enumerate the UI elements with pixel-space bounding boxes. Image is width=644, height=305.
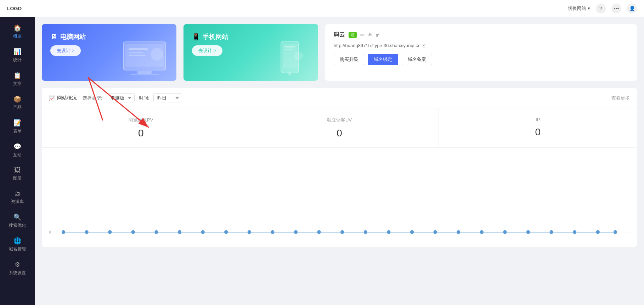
sidebar-item-label: 表单 [13,128,22,134]
desktop-design-button[interactable]: 去设计 > [50,45,81,56]
filter-time-label: 时间: [139,95,149,101]
interactive-icon: 💬 [13,143,21,151]
svg-point-10 [288,72,291,75]
site-badge: 证 [349,32,357,38]
svg-point-23 [248,230,251,234]
sidebar-item-resources[interactable]: 🗂 资源库 [0,186,35,209]
sidebar-item-gallery[interactable]: 🖼 图册 [0,162,35,186]
monitor-icon: 🖥 [50,33,57,41]
site-url: http://huang897157type-36.shanxiyunqi.cn… [334,43,628,48]
stats-icon: 📊 [13,48,21,56]
svg-point-35 [526,230,530,234]
svg-point-15 [62,230,65,234]
stats-filters: 选择类型: 电脑版 手机版 时间: 昨日 今日 近7天 近30天 [83,94,182,102]
mobile-design-button[interactable]: 去设计 > [192,45,222,56]
mobile-card-content: 📱 手机网站 去设计 > [192,33,228,56]
more-button[interactable]: ••• [611,4,621,13]
user-icon: 👤 [629,6,635,11]
filter-type-select[interactable]: 电脑版 手机版 [107,94,135,102]
view-more-link[interactable]: 查看更多 [611,95,630,101]
sidebar-item-domain[interactable]: 🌐 域名管理 [0,233,35,256]
edit-icon[interactable]: ✏ [360,32,365,38]
record-domain-button[interactable]: 域名备案 [402,54,432,65]
upgrade-button[interactable]: 购买升级 [334,54,364,65]
filter-type-label: 选择类型: [83,95,102,101]
eye-icon[interactable]: 👁 [367,32,372,38]
chevron-down-icon: ▾ [588,6,590,11]
chart-area: 0 [42,148,637,247]
svg-point-30 [410,230,414,234]
svg-point-22 [224,230,228,234]
sidebar-item-interactive[interactable]: 💬 互动 [0,139,35,162]
seo-icon: 🔍 [13,213,21,221]
svg-point-26 [317,230,321,234]
svg-rect-11 [284,46,295,47]
svg-rect-3 [130,74,159,75]
stat-ip-value: 0 [446,126,630,138]
svg-point-19 [154,230,158,234]
svg-point-13 [294,52,303,60]
sidebar-item-articles[interactable]: 📋 文章 [0,67,35,91]
svg-rect-2 [137,71,152,74]
stat-card-uv: 独立访客UV 0 [240,108,439,147]
site-icons: ✏ 👁 🗑 [360,32,380,38]
sidebar-item-label: 产品 [13,105,22,111]
sidebar-item-products[interactable]: 📦 产品 [0,91,35,115]
svg-point-39 [614,230,617,234]
svg-point-36 [549,230,553,234]
svg-point-21 [201,230,204,234]
sidebar: 🏠 概览 📊 统计 📋 文章 📦 产品 📝 表单 💬 互动 🖼 图册 🗂 [0,17,35,305]
cards-row: 🖥 电脑网站 去设计 > [42,24,637,81]
svg-point-28 [364,230,367,234]
switch-site-button[interactable]: 切换网站 ▾ [568,5,590,12]
stat-pv-value: 0 [49,128,233,139]
svg-rect-6 [129,52,143,53]
svg-point-27 [340,230,344,234]
sidebar-item-settings[interactable]: ⚙ 系统设置 [0,256,35,280]
domain-icon: 🌐 [13,237,21,245]
sidebar-item-label: 概览 [13,33,22,39]
stats-header: 📈 网站概况 选择类型: 电脑版 手机版 时间: 昨日 今日 近7天 近30天 [42,88,637,108]
sidebar-item-label: 系统设置 [9,270,26,276]
svg-rect-12 [284,49,292,50]
logo: LOGO [7,6,22,11]
svg-point-4 [151,48,163,61]
sidebar-item-seo[interactable]: 🔍 搜索优化 [0,209,35,233]
mobile-card-title: 📱 手机网站 [192,33,228,41]
chart-icon: 📈 [49,95,55,101]
stat-uv-label: 独立访客UV [247,117,431,123]
header-right: 切换网站 ▾ ? ••• 👤 [568,4,637,13]
desktop-card-title: 🖥 电脑网站 [50,33,86,41]
sidebar-item-forms[interactable]: 📝 表单 [0,115,35,139]
sidebar-item-stats[interactable]: 📊 统计 [0,44,35,67]
svg-point-33 [480,230,484,234]
stat-ip-label: IP [446,117,630,122]
chart-svg [49,155,630,240]
delete-icon[interactable]: 🗑 [375,32,380,38]
sidebar-item-label: 文章 [13,81,22,87]
svg-point-20 [178,230,181,234]
copy-url-button[interactable]: ⎘ [423,43,425,48]
stats-cards: 浏览次数PV 0 独立访客UV 0 IP 0 [42,108,637,148]
stat-pv-label: 浏览次数PV [49,117,233,123]
stat-uv-value: 0 [247,128,431,139]
bind-domain-button[interactable]: 域名绑定 [368,54,398,65]
main-content: 🖥 电脑网站 去设计 > [35,17,644,305]
svg-point-17 [108,230,112,234]
sidebar-item-overview[interactable]: 🏠 概览 [0,20,35,44]
svg-rect-5 [129,48,148,50]
filter-time-select[interactable]: 昨日 今日 近7天 近30天 [153,94,182,102]
svg-point-32 [457,230,460,234]
stats-title: 📈 网站概况 [49,95,77,101]
stats-section: 📈 网站概况 选择类型: 电脑版 手机版 时间: 昨日 今日 近7天 近30天 [42,88,637,247]
sidebar-item-label: 互动 [13,152,22,158]
mobile-card: 📱 手机网站 去设计 > [183,24,318,81]
site-name: 码云 [334,31,345,39]
phone-icon: 📱 [192,33,200,41]
user-button[interactable]: 👤 [627,4,637,13]
resources-icon: 🗂 [14,190,21,197]
svg-point-29 [387,230,390,234]
settings-icon: ⚙ [15,261,20,269]
help-button[interactable]: ? [596,4,606,13]
site-actions: 购买升级 域名绑定 域名备案 [334,54,628,65]
